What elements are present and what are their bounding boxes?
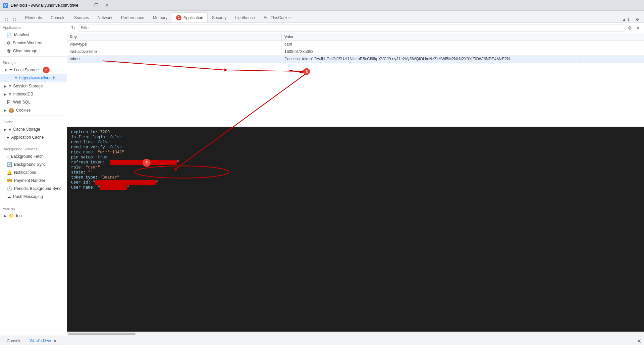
divider-frames	[0, 202, 67, 202]
bottom-tab-console[interactable]: Console	[3, 337, 25, 345]
background-section-label: Background Services	[0, 144, 67, 152]
indexeddb-arrow: ▶	[4, 92, 7, 96]
key-cell: view-type	[67, 41, 282, 48]
titlebar: DevTools - www.aliyundrive.com/drive – ❐…	[0, 0, 644, 11]
table-row-token[interactable]: token {"access_token":"eyJhbGciOiJSUzI1N…	[67, 56, 644, 63]
devtools-tabbar: ⬡ ⬡ Elements Console Sources Network Per…	[0, 11, 644, 23]
tab-lighthouse[interactable]: Lighthouse	[231, 12, 259, 22]
tab-performance[interactable]: Performance	[117, 12, 149, 22]
table-header: Key Value	[67, 33, 644, 41]
app-cache-icon: ≡	[7, 135, 9, 140]
filter-bar: ↻ ⊘ ✕	[67, 23, 644, 33]
sidebar-item-bg-sync[interactable]: 🔄 Background Sync	[0, 160, 67, 168]
cache-section-label: Cache	[0, 117, 67, 125]
tab-network[interactable]: Network	[93, 12, 117, 22]
bottom-panel: Console What's New ✕ ✕ Highlights from t…	[0, 336, 644, 345]
session-storage-icon: ≡	[9, 84, 11, 89]
settings-button[interactable]: ⚙	[634, 16, 641, 22]
titlebar-controls: – ❐ ✕	[81, 2, 112, 9]
cookies-arrow: ▶	[4, 109, 7, 112]
json-line-user-name: user_name: ""	[71, 185, 640, 190]
sidebar-item-cookies[interactable]: ▶ 🍪 Cookies	[0, 106, 67, 114]
value-preview: expires_in: 7200 is_first_login: false n…	[67, 127, 644, 332]
warning-button[interactable]: ▲ 1	[620, 16, 632, 22]
sidebar: Application 📄 Manifest ⚙ Service Workers…	[0, 23, 67, 336]
frame-icon: 📁	[9, 213, 14, 218]
sidebar-item-manifest[interactable]: 📄 Manifest	[0, 31, 67, 39]
cache-storage-icon: ≡	[9, 127, 11, 132]
table-row[interactable]: last-active-time 1609237235398	[67, 48, 644, 56]
filter-input[interactable]	[78, 24, 625, 31]
content-area: ↻ ⊘ ✕ Key Value view-type card last-acti…	[67, 23, 644, 336]
json-line-user-id: user_id: ""	[71, 180, 640, 185]
sidebar-item-cache-storage[interactable]: ▶ ≡ Cache Storage	[0, 125, 67, 133]
json-line: need_link: false	[71, 140, 640, 145]
notifications-icon: 🔔	[7, 170, 12, 175]
json-line: role: "user"	[71, 165, 640, 170]
user-name-redacted	[100, 185, 127, 190]
sidebar-item-indexeddb[interactable]: ▶ ≡ IndexedDB	[0, 90, 67, 98]
svg-rect-0	[3, 3, 8, 8]
sidebar-item-push-messaging[interactable]: ☁ Push Messaging	[0, 193, 67, 201]
filter-clear-button[interactable]: ⊘	[627, 24, 633, 31]
tab-sources[interactable]: Sources	[70, 12, 93, 22]
local-storage-icon: ≡	[9, 68, 12, 73]
bottom-tab-whats-new[interactable]: What's New ✕	[25, 337, 60, 345]
cache-storage-arrow: ▶	[4, 128, 7, 131]
sidebar-item-payment-handler[interactable]: 💳 Payment Handler	[0, 177, 67, 185]
bg-sync-icon: 🔄	[7, 162, 12, 167]
key-cell-token: token	[67, 56, 282, 63]
sidebar-item-application-cache[interactable]: ≡ Application Cache	[0, 133, 67, 141]
sidebar-item-notifications[interactable]: 🔔 Notifications	[0, 168, 67, 177]
sidebar-item-web-sql[interactable]: 🗄 Web SQL	[0, 98, 67, 106]
tab-elements[interactable]: Elements	[21, 12, 46, 22]
json-line: pin_setup: true	[71, 155, 640, 160]
json-line: need_rp_verify: false	[71, 145, 640, 150]
horizontal-scrollbar[interactable]	[67, 332, 644, 336]
sidebar-item-bg-fetch[interactable]: ↕ Background Fetch	[0, 152, 67, 160]
bg-fetch-icon: ↕	[7, 154, 9, 159]
refresh-button[interactable]: ↻	[70, 24, 76, 31]
push-messaging-icon: ☁	[7, 194, 11, 199]
dock-left-button[interactable]: ⬡	[3, 16, 10, 22]
divider-bg	[0, 143, 67, 143]
sidebar-item-clear-storage[interactable]: 🗑 Clear storage	[0, 47, 67, 55]
sidebar-item-periodic-bg-sync[interactable]: 🕐 Periodic Background Sync	[0, 185, 67, 193]
json-line-refresh-token: refresh_token: ""	[71, 160, 640, 165]
user-id-redacted	[95, 180, 156, 185]
sidebar-item-session-storage[interactable]: ▶ ≡ Session Storage	[0, 82, 67, 90]
web-sql-icon: 🗄	[7, 100, 11, 105]
frames-section-label: Frames	[0, 204, 67, 212]
storage-table: Key Value view-type card last-active-tim…	[67, 33, 644, 127]
restore-button[interactable]: ❐	[92, 2, 101, 9]
json-line: nick_name: "w****1343"	[71, 150, 640, 155]
badge-4-annotation: 4	[143, 159, 151, 167]
service-workers-icon: ⚙	[7, 41, 11, 46]
periodic-sync-icon: 🕐	[7, 186, 12, 191]
close-button[interactable]: ✕	[102, 2, 112, 9]
dock-bottom-button[interactable]: ⬡	[11, 16, 18, 22]
bottom-tab-close-button[interactable]: ✕	[53, 339, 56, 343]
sidebar-item-service-workers[interactable]: ⚙ Service Workers	[0, 39, 67, 47]
local-storage-arrow: ▼	[4, 68, 7, 72]
clear-storage-icon: 🗑	[7, 49, 11, 54]
sidebar-item-local-storage-url[interactable]: ≡ https://www.aliyundrive.co…	[0, 74, 67, 82]
json-line: is_first_login: false	[71, 135, 640, 140]
tab-console[interactable]: Console	[46, 12, 70, 22]
value-cell-token: {"access_token":"eyJhbGciOiJSUzI1NiIsInR…	[282, 56, 584, 63]
filter-close-button[interactable]: ✕	[635, 24, 641, 31]
sidebar-item-local-storage[interactable]: ▼ ≡ Local Storage 2	[0, 66, 67, 74]
bottom-panel-close-button[interactable]: ✕	[637, 338, 641, 344]
header-key: Key	[67, 33, 282, 41]
tab-memory[interactable]: Memory	[149, 12, 172, 22]
local-storage-url-icon: ≡	[15, 76, 17, 81]
tab-editthiscookie[interactable]: EditThisCookie	[259, 12, 295, 22]
divider-storage	[0, 56, 67, 57]
key-cell: last-active-time	[67, 48, 282, 55]
application-section-label: Application	[0, 23, 67, 31]
tab-application[interactable]: 1 Application	[172, 12, 208, 22]
sidebar-item-frame-top[interactable]: ▶ 📁 top	[0, 212, 67, 220]
minimize-button[interactable]: –	[81, 2, 90, 9]
tab-security[interactable]: Security	[208, 12, 231, 22]
table-row[interactable]: view-type card	[67, 41, 644, 48]
